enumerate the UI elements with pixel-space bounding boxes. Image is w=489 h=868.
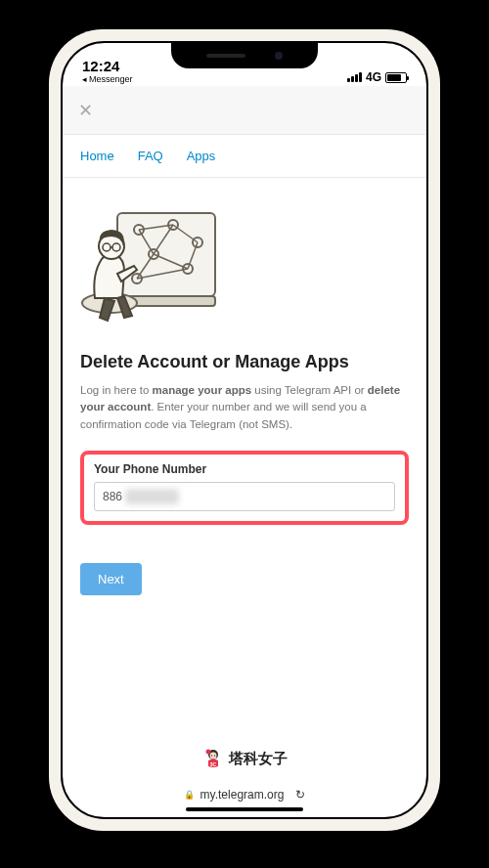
status-time: 12:24: [82, 58, 133, 74]
svg-point-24: [214, 755, 215, 756]
nav-faq[interactable]: FAQ: [138, 149, 163, 163]
illustration: [80, 205, 227, 332]
svg-point-23: [211, 755, 212, 756]
nav-apps[interactable]: Apps: [187, 149, 216, 163]
page-description: Log in here to manage your apps using Te…: [80, 382, 409, 433]
chevron-left-icon: ◂: [82, 74, 87, 84]
phone-frame: 12:24 ◂ Messenger 4G ✕ Home FAQ: [49, 29, 440, 831]
close-icon[interactable]: ✕: [78, 100, 93, 121]
next-button[interactable]: Next: [80, 563, 142, 595]
network-label: 4G: [366, 70, 381, 84]
svg-text:3C: 3C: [210, 761, 217, 767]
svg-point-22: [210, 753, 217, 760]
nav-home[interactable]: Home: [80, 149, 114, 163]
home-indicator[interactable]: [186, 807, 303, 811]
notch: [171, 43, 318, 68]
smart-banner: ✕: [63, 86, 426, 135]
nav-tabs: Home FAQ Apps: [63, 135, 426, 178]
watermark: 3C 塔科女子: [201, 747, 288, 770]
page-title: Delete Account or Manage Apps: [80, 352, 409, 372]
lock-icon: 🔒: [184, 790, 195, 800]
browser-url-bar[interactable]: 🔒 my.telegram.org ↻: [184, 788, 306, 802]
return-to-app[interactable]: ◂ Messenger: [82, 74, 133, 84]
battery-icon: [385, 72, 407, 83]
phone-field-highlight: Your Phone Number: [80, 451, 409, 525]
watermark-text: 塔科女子: [229, 750, 288, 768]
signal-icon: [347, 72, 362, 82]
phone-screen: 12:24 ◂ Messenger 4G ✕ Home FAQ: [61, 41, 428, 819]
phone-label: Your Phone Number: [94, 462, 395, 476]
url-text: my.telegram.org: [200, 788, 285, 802]
watermark-icon: 3C: [201, 747, 225, 770]
redaction-mask: [125, 489, 179, 504]
svg-point-25: [206, 750, 211, 755]
main-content: Delete Account or Manage Apps Log in her…: [63, 178, 426, 615]
refresh-icon[interactable]: ↻: [295, 788, 305, 802]
